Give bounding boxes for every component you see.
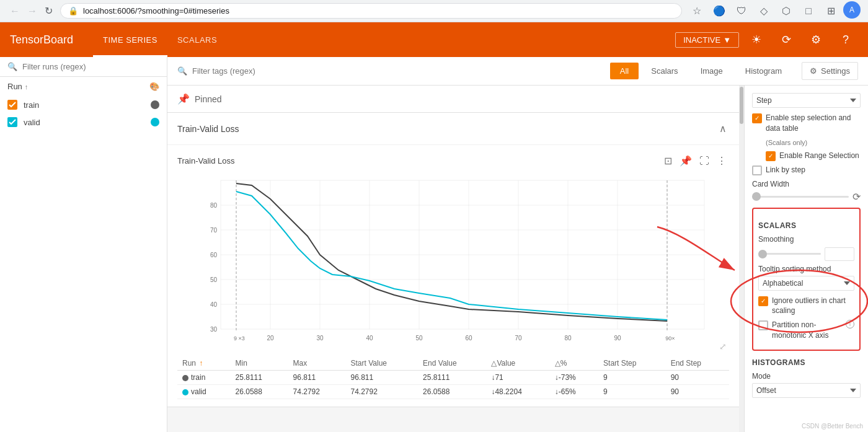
filter-runs-input[interactable] xyxy=(22,62,159,71)
expand-icon[interactable]: ⤢ xyxy=(719,342,727,351)
tab-image[interactable]: Image xyxy=(691,63,733,79)
filter-search: 🔍 xyxy=(177,66,600,76)
cell-start-step-train: 9 xyxy=(598,371,666,385)
cell-end-step-valid: 90 xyxy=(666,385,729,399)
pin-icon: 📌 xyxy=(177,93,190,105)
chart-card-title: Train-Valid Loss xyxy=(177,156,662,165)
fullscreen-button[interactable]: ⊡ xyxy=(662,152,675,169)
runs-header[interactable]: Run ↑ 🎨 xyxy=(0,77,167,96)
scrollbar-thumb[interactable] xyxy=(740,87,743,124)
run-color-valid xyxy=(151,118,159,126)
run-checkbox-train[interactable] xyxy=(7,100,17,110)
svg-text:9 ×3: 9 ×3 xyxy=(234,335,245,342)
forward-button[interactable]: → xyxy=(25,2,40,19)
cell-start-train: 96.811 xyxy=(346,371,418,385)
collapse-button[interactable]: ∧ xyxy=(717,120,729,137)
run-checkbox-valid[interactable] xyxy=(7,117,17,127)
runs-header-label: Run xyxy=(7,82,22,91)
resize-button[interactable]: ⛶ xyxy=(697,152,712,169)
extension1-button[interactable]: 🔵 xyxy=(709,1,729,21)
vertical-scrollbar[interactable] xyxy=(739,86,744,432)
card-width-reset-button[interactable]: ⟳ xyxy=(852,191,861,203)
extension3-button[interactable]: ◇ xyxy=(754,1,774,21)
partition-x-info-icon[interactable]: i xyxy=(846,320,854,328)
filter-tags-input[interactable] xyxy=(192,66,600,76)
cell-start-step-valid: 9 xyxy=(598,385,666,399)
reload-button[interactable]: ↻ xyxy=(42,2,55,19)
svg-text:40: 40 xyxy=(210,301,218,308)
card-width-thumb[interactable] xyxy=(752,192,761,201)
extension6-button[interactable]: ⊞ xyxy=(821,1,841,21)
link-by-step-row: Link by step xyxy=(752,165,861,175)
more-options-button[interactable]: ⋮ xyxy=(714,152,729,169)
enable-range-row: Enable Range Selection xyxy=(752,151,861,161)
enable-step-checkbox[interactable] xyxy=(752,113,762,123)
inactive-badge[interactable]: INACTIVE ▼ xyxy=(675,32,739,48)
extension5-button[interactable]: □ xyxy=(799,1,818,21)
browser-nav: ← → ↻ xyxy=(7,2,55,19)
settings-panel-button[interactable]: ⚙ Settings xyxy=(802,62,858,80)
histograms-section-title: HISTOGRAMS xyxy=(752,358,861,367)
palette-icon[interactable]: 🎨 xyxy=(149,82,159,91)
chart-section-title: Train-Valid Loss xyxy=(177,124,717,134)
col-start-value: Start Value xyxy=(346,356,418,371)
help-button[interactable]: ? xyxy=(833,27,858,52)
run-label-valid: valid xyxy=(24,118,144,127)
smoothing-thumb[interactable] xyxy=(758,250,767,258)
cell-end-step-train: 90 xyxy=(666,371,729,385)
col-start-step: Start Step xyxy=(598,356,666,371)
card-width-slider-row: ⟳ xyxy=(752,191,861,203)
main-layout: 🔍 Run ↑ 🎨 train valid xyxy=(0,57,868,432)
tooltip-sort-select[interactable]: Alphabetical Ascending Descending Neares… xyxy=(758,276,854,291)
cell-end-valid: 26.0588 xyxy=(418,385,486,399)
tab-histogram[interactable]: Histogram xyxy=(735,63,792,79)
nav-time-series[interactable]: TIME SERIES xyxy=(93,22,167,57)
mode-select[interactable]: Offset Overlay xyxy=(752,383,861,398)
user-avatar[interactable]: A xyxy=(843,1,861,19)
col-min: Min xyxy=(231,356,288,371)
logo: TensorBoard xyxy=(10,33,73,46)
enable-range-checkbox[interactable] xyxy=(766,151,776,161)
run-item-train[interactable]: train xyxy=(0,96,167,113)
extension4-button[interactable]: ⬡ xyxy=(776,1,796,21)
run-item-valid[interactable]: valid xyxy=(0,113,167,131)
svg-text:90×: 90× xyxy=(665,335,675,342)
nav-scalars[interactable]: SCALARS xyxy=(167,22,227,57)
top-nav: TIME SERIES SCALARS xyxy=(93,22,660,57)
watermark: CSDN @Better Bench xyxy=(802,423,863,430)
chart-card: Train-Valid Loss ⊡ 📌 ⛶ ⋮ xyxy=(167,145,739,407)
settings-button[interactable]: ⚙ xyxy=(804,27,828,52)
settings-panel: Step Relative Wall Enable step selection… xyxy=(744,86,868,432)
cell-delta-pct-valid: ↓-65% xyxy=(550,385,598,399)
card-width-label: Card Width xyxy=(752,179,861,188)
browser-bar: ← → ↻ 🔒 localhost:6006/?smoothing=0#time… xyxy=(0,0,868,22)
filter-tabs: All Scalars Image Histogram xyxy=(610,63,792,79)
tab-all[interactable]: All xyxy=(610,63,639,79)
cell-delta-val-valid: ↓48.2204 xyxy=(486,385,549,399)
theme-toggle-button[interactable]: ☀ xyxy=(744,27,769,52)
content-scroll: 📌 Pinned Train-Valid Loss ∧ Train-Valid … xyxy=(167,86,868,432)
bookmark-button[interactable]: ☆ xyxy=(687,1,707,21)
extension2-button[interactable]: 🛡 xyxy=(732,1,751,21)
tab-scalars[interactable]: Scalars xyxy=(641,63,688,79)
svg-text:30: 30 xyxy=(210,326,218,333)
cell-min-valid: 26.0588 xyxy=(231,385,288,399)
chart-card-header: Train-Valid Loss ⊡ 📌 ⛶ ⋮ xyxy=(177,152,729,169)
address-bar[interactable]: 🔒 localhost:6006/?smoothing=0#timeseries xyxy=(60,3,682,19)
tooltip-sort-label: Tooltip sorting method xyxy=(758,265,854,273)
sidebar-search-row: 🔍 xyxy=(0,57,167,77)
back-button[interactable]: ← xyxy=(7,2,22,19)
pin-chart-button[interactable]: 📌 xyxy=(677,152,694,169)
card-width-track[interactable] xyxy=(752,196,849,198)
sidebar: 🔍 Run ↑ 🎨 train valid xyxy=(0,57,167,432)
link-by-step-checkbox[interactable] xyxy=(752,165,762,175)
smoothing-input[interactable]: 0 xyxy=(825,247,854,261)
ignore-outliers-checkbox[interactable] xyxy=(758,296,768,306)
smoothing-slider[interactable] xyxy=(758,253,821,255)
x-axis-select[interactable]: Step Relative Wall xyxy=(752,93,861,108)
chart-actions: ⊡ 📌 ⛶ ⋮ xyxy=(662,152,729,169)
sort-arrow-icon: ↑ xyxy=(25,83,29,90)
data-table: Run ↑ Min Max Start Value End Value △Val… xyxy=(177,356,729,399)
partition-x-checkbox[interactable] xyxy=(758,320,768,330)
refresh-button[interactable]: ⟳ xyxy=(774,27,799,52)
